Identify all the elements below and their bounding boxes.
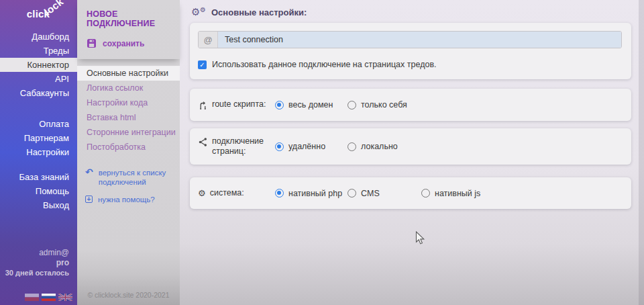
sidebar-item-threads[interactable]: Треды <box>0 44 77 58</box>
menu-item-html-insert[interactable]: Вставка html <box>77 110 180 125</box>
system-option-cms[interactable]: CMS <box>347 189 421 198</box>
connection-name-input[interactable] <box>218 32 621 48</box>
share-icon <box>198 137 208 147</box>
undo-arrow-icon: ↶ <box>85 168 93 187</box>
radio-selected-icon[interactable] <box>275 101 284 110</box>
route-split-icon <box>198 100 208 110</box>
at-icon: @ <box>199 32 218 48</box>
system-card: ⚙ система: нативный php CMS нативный js <box>190 177 631 209</box>
pages-option-remote[interactable]: удалённо <box>275 142 347 151</box>
connection-name-group: @ <box>198 31 622 48</box>
radio-unselected-icon[interactable] <box>347 142 356 151</box>
flag-russia-icon[interactable] <box>42 294 56 301</box>
pages-option-label: локально <box>361 142 398 151</box>
main-header: ⚙⚙ Основные настройки: <box>180 0 644 17</box>
save-icon <box>87 38 97 48</box>
sidebar-item-connector[interactable]: Коннектор <box>0 58 77 72</box>
script-route-label: route скрипта: <box>212 99 266 110</box>
connection-panel: НОВОЕ ПОДКЛЮЧЕНИЕ сохранить Основные нас… <box>77 0 180 305</box>
use-on-threads-label: Использовать данное подключение на стран… <box>212 60 437 69</box>
menu-item-postprocessing[interactable]: Постобработка <box>77 140 180 155</box>
panel-header-block: НОВОЕ ПОДКЛЮЧЕНИЕ сохранить <box>77 0 180 59</box>
menu-item-code-settings[interactable]: Настройки кода <box>77 95 180 110</box>
route-option-label: весь домен <box>288 100 333 110</box>
page-connection-label: подключение страниц: <box>212 136 263 157</box>
radio-selected-icon[interactable] <box>275 142 284 151</box>
script-route-label-group: route скрипта: <box>198 99 275 110</box>
system-option-native-php[interactable]: нативный php <box>275 189 347 198</box>
sidebar-item-knowledge-base[interactable]: База знаний <box>0 170 77 184</box>
radio-unselected-icon[interactable] <box>347 189 356 198</box>
language-switcher <box>25 294 72 301</box>
help-link-label: нужна помощь? <box>98 195 155 204</box>
mouse-cursor <box>415 231 425 246</box>
menu-item-link-logic[interactable]: Логика ссылок <box>77 81 180 95</box>
app-logo[interactable]: clicklock <box>27 8 70 19</box>
sidebar-item-dashboard[interactable]: Дашборд <box>0 30 77 44</box>
sidebar-item-help[interactable]: Помощь <box>0 184 77 198</box>
need-help-link[interactable]: + нужна помощь? <box>85 195 172 204</box>
route-option-label: только себя <box>361 100 407 110</box>
sidebar-item-payment[interactable]: Оплата <box>0 117 77 131</box>
help-plus-icon: + <box>85 195 93 203</box>
menu-item-integrations[interactable]: Сторонние интеграции <box>77 125 180 140</box>
system-label: система: <box>210 188 244 198</box>
connection-settings-menu: Основные настройки Логика ссылок Настрой… <box>77 66 180 155</box>
route-option-whole-domain[interactable]: весь домен <box>275 100 347 110</box>
sidebar-item-settings[interactable]: Настройки <box>0 145 77 159</box>
connection-name-card: @ ✓ Использовать данное подключение на с… <box>190 23 631 79</box>
sidebar-item-partners[interactable]: Партнерам <box>0 131 77 145</box>
panel-links: ↶ вернуться к списку подключений + нужна… <box>77 168 180 204</box>
system-option-label: нативный js <box>435 189 480 198</box>
back-to-connections-link[interactable]: ↶ вернуться к списку подключений <box>85 168 172 187</box>
nav-spacer <box>0 100 77 117</box>
menu-item-basic-settings[interactable]: Основные настройки <box>77 66 180 81</box>
sidebar: clicklock Дашборд Треды Коннектор API Са… <box>0 0 77 305</box>
radio-selected-icon[interactable] <box>275 189 284 198</box>
page-connection-card: подключение страниц: удалённо локально <box>190 128 631 165</box>
sidebar-item-api[interactable]: API <box>0 72 77 86</box>
flag-poland-icon[interactable] <box>25 294 39 301</box>
right-edge-shade <box>639 0 644 305</box>
radio-unselected-icon[interactable] <box>421 189 430 198</box>
page-title: Основные настройки: <box>211 7 307 17</box>
script-route-card: route скрипта: весь домен только себя <box>190 89 631 121</box>
flag-uk-icon[interactable] <box>58 294 72 301</box>
system-option-label: CMS <box>361 189 380 198</box>
use-on-threads-row: ✓ Использовать данное подключение на стр… <box>198 60 622 69</box>
back-link-label: вернуться к списку подключений <box>99 168 172 187</box>
sidebar-item-subaccounts[interactable]: Сабакаунты <box>0 86 77 100</box>
account-info: admin@ pro 30 дней осталось <box>5 248 69 278</box>
system-gear-icon: ⚙ <box>198 189 206 198</box>
sidebar-nav: Дашборд Треды Коннектор API Сабакаунты О… <box>0 30 77 212</box>
account-days-left: 30 дней осталось <box>5 268 69 278</box>
system-label-group: ⚙ система: <box>198 188 275 198</box>
main-content: ⚙⚙ Основные настройки: @ ✓ Использовать … <box>180 0 644 305</box>
page-connection-label-group: подключение страниц: <box>198 136 275 157</box>
pages-option-label: удалённо <box>288 142 325 151</box>
account-email-line1: admin@ <box>5 248 69 258</box>
save-button[interactable]: сохранить <box>87 38 170 48</box>
gears-icon: ⚙⚙ <box>191 7 206 17</box>
nav-spacer <box>0 159 77 170</box>
pages-option-local[interactable]: локально <box>347 142 398 151</box>
copyright-footer: © clicklock.site 2020-2021 <box>77 291 180 299</box>
system-option-label: нативный php <box>288 189 342 198</box>
panel-title: НОВОЕ ПОДКЛЮЧЕНИЕ <box>87 9 170 28</box>
radio-unselected-icon[interactable] <box>347 101 356 110</box>
sidebar-item-logout[interactable]: Выход <box>0 198 77 212</box>
save-label: сохранить <box>103 39 144 48</box>
route-option-only-self[interactable]: только себя <box>347 100 407 110</box>
system-option-native-js[interactable]: нативный js <box>421 189 480 198</box>
account-email-line2: pro <box>5 258 69 268</box>
use-on-threads-checkbox[interactable]: ✓ <box>198 60 207 69</box>
